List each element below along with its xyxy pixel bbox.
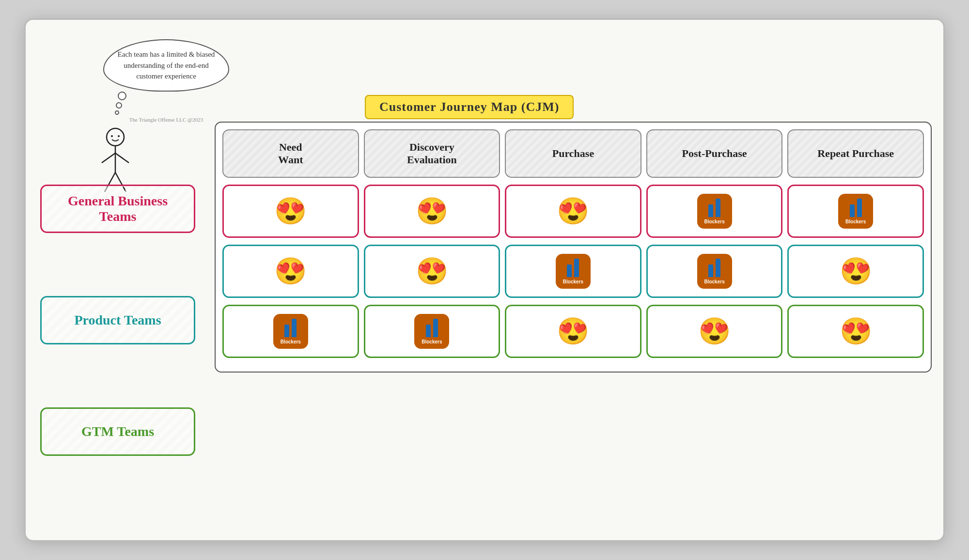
col-header-purchase: Purchase [505, 129, 641, 178]
thought-bubble: Each team has a limited & biased underst… [103, 39, 229, 123]
blockers-icon-gtm-1: Blockers [273, 314, 308, 349]
cell-gtm-purchase: 😍 [505, 305, 641, 358]
emoji-love-pt-5: 😍 [840, 258, 872, 284]
cell-gtm-need-want: Blockers [222, 305, 359, 358]
blockers-label: Blockers [281, 339, 301, 344]
cell-gtm-post-purchase: 😍 [646, 305, 783, 358]
blockers-label: Blockers [704, 279, 724, 284]
emoji-love-pt-2: 😍 [416, 258, 448, 284]
svg-point-0 [107, 128, 124, 146]
cell-pt-repeat: 😍 [787, 245, 924, 298]
bar-1 [426, 325, 431, 337]
cell-gb-discovery: 😍 [364, 185, 500, 238]
emoji-love-gtm-5: 😍 [840, 318, 872, 344]
emoji-love-gtm-3: 😍 [557, 318, 589, 344]
svg-point-1 [111, 135, 113, 137]
row-product-teams: 😍 😍 Blockers [222, 245, 924, 298]
cell-gb-post-purchase: Blockers [646, 185, 783, 238]
row-general-business: 😍 😍 😍 Blockers [222, 185, 924, 238]
bar-1 [850, 204, 855, 217]
bar-1 [708, 204, 713, 217]
team-label-product-teams: Product Teams [40, 296, 195, 344]
bar-2 [292, 319, 297, 337]
bar-chart [567, 259, 579, 277]
svg-line-4 [102, 153, 115, 163]
col-header-post-purchase: Post-Purchase [646, 129, 783, 178]
cell-gtm-discovery: Blockers [364, 305, 500, 358]
col-header-repeat-purchase: Repeat Purchase [787, 129, 924, 178]
whiteboard: Each team has a limited & biased underst… [24, 18, 945, 542]
cell-pt-need-want: 😍 [222, 245, 359, 298]
thought-dot-1 [118, 92, 126, 100]
bar-2 [857, 199, 862, 217]
team-label-general-business: General Business Teams [40, 185, 195, 233]
col-header-need-want: Need Want [222, 129, 359, 178]
bar-chart [426, 319, 438, 337]
emoji-love-gtm-4: 😍 [698, 318, 731, 344]
team-label-gtm-teams: GTM Teams [40, 407, 195, 456]
bar-2 [574, 259, 579, 277]
svg-line-5 [115, 153, 129, 163]
blockers-label: Blockers [845, 219, 866, 224]
bar-chart [708, 259, 720, 277]
blockers-icon-gb-5: Blockers [838, 194, 873, 229]
cell-pt-discovery: 😍 [364, 245, 500, 298]
cell-gb-purchase: 😍 [505, 185, 641, 238]
blockers-icon-pt-4: Blockers [697, 254, 732, 289]
cell-gtm-repeat: 😍 [787, 305, 924, 358]
left-panel: General Business Teams Product Teams GTM… [40, 185, 195, 456]
blockers-icon-gtm-2: Blockers [414, 314, 449, 349]
bar-chart [708, 199, 720, 217]
cell-gb-need-want: 😍 [222, 185, 359, 238]
copyright-text: The Triangle Offense LLC @2023 [103, 117, 229, 123]
cell-pt-purchase: Blockers [505, 245, 641, 298]
blockers-label: Blockers [422, 339, 442, 344]
thought-dot-3 [115, 110, 119, 115]
svg-point-2 [118, 135, 120, 137]
header-row: Need Want Discovery Evaluation Purchase … [222, 129, 924, 178]
emoji-love-gb-2: 😍 [416, 198, 448, 224]
thought-bubble-text: Each team has a limited & biased underst… [103, 39, 229, 92]
blockers-label: Blockers [704, 219, 724, 224]
bar-chart [284, 319, 297, 337]
thought-bubble-dots [118, 92, 229, 115]
cjm-title: Customer Journey Map (CJM) [365, 95, 574, 119]
row-gtm-teams: Blockers Blockers 😍 😍 😍 [222, 305, 924, 358]
emoji-love-gb-1: 😍 [274, 198, 307, 224]
cell-gb-repeat: Blockers [787, 185, 924, 238]
blockers-label: Blockers [563, 279, 583, 284]
cell-pt-post-purchase: Blockers [646, 245, 783, 298]
emoji-love-pt-1: 😍 [274, 258, 307, 284]
cjm-grid: Need Want Discovery Evaluation Purchase … [215, 122, 932, 373]
emoji-love-gb-3: 😍 [557, 198, 589, 224]
bar-chart [850, 199, 862, 217]
blockers-icon-pt-3: Blockers [556, 254, 591, 289]
thought-dot-2 [116, 102, 122, 109]
bar-1 [567, 264, 572, 277]
bar-2 [716, 199, 720, 217]
col-header-discovery: Discovery Evaluation [364, 129, 500, 178]
bar-1 [284, 325, 289, 337]
blockers-icon-gb-4: Blockers [697, 194, 732, 229]
bar-2 [716, 259, 720, 277]
bar-2 [433, 319, 438, 337]
bar-1 [708, 264, 713, 277]
